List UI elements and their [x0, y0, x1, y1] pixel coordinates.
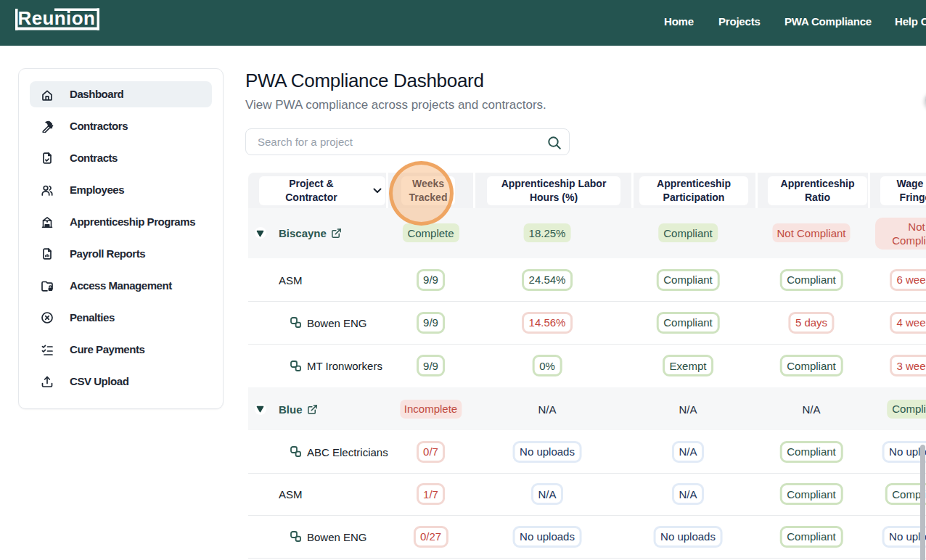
- svg-text:Reunion: Reunion: [18, 8, 96, 29]
